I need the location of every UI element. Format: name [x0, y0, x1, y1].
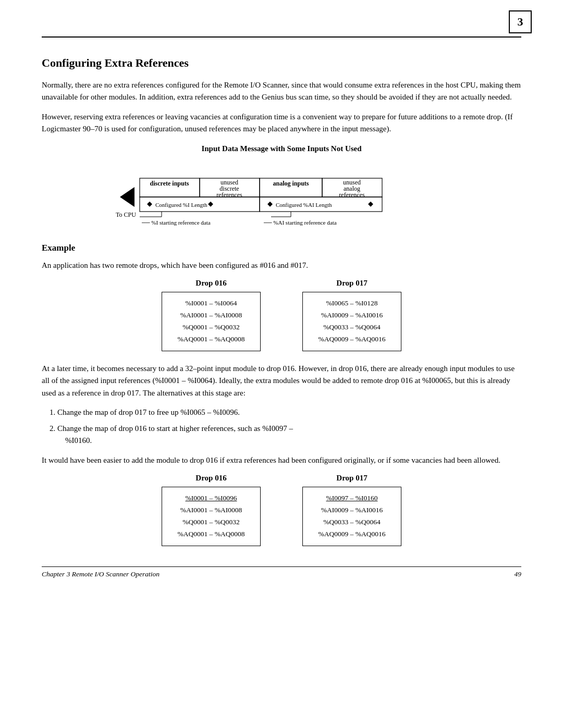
input-data-message-svg: To CPU discrete inputs unused discrete r… [109, 158, 454, 231]
drop-016b-line-4: %AQ0001 – %AQ0008 [172, 528, 251, 540]
chapter-number-box: 3 [509, 10, 532, 33]
drop-017b-line-3: %Q0033 – %Q0064 [312, 516, 391, 528]
drop-016-line-3: %Q0001 – %Q0032 [172, 322, 251, 334]
input-data-diagram-container: Input Data Message with Some Inputs Not … [42, 144, 521, 231]
drop-017b-col: Drop 017 %I0097 – %I0160 %AI0009 – %AI00… [302, 474, 401, 546]
page-footer: Chapter 3 Remote I/O Scanner Operation 4… [42, 566, 521, 578]
section-title: Configuring Extra References [42, 56, 521, 70]
footer-page-number: 49 [515, 570, 522, 578]
drop-boxes-first: Drop 016 %I0001 – %I0064 %AI0001 – %AI00… [42, 279, 521, 351]
drop-017b-line-2: %AI0009 – %AI0016 [312, 504, 391, 516]
drop-017-line-2: %AI0009 – %AI0016 [312, 310, 391, 322]
drop-016-box: %I0001 – %I0064 %AI0001 – %AI0008 %Q0001… [162, 292, 261, 351]
body-paragraph: At a later time, it becomes necessary to… [42, 363, 521, 399]
example-intro: An application has two remote drops, whi… [42, 260, 521, 272]
drop-017b-box: %I0097 – %I0160 %AI0009 – %AI0016 %Q0033… [302, 487, 401, 546]
drop-016b-line-2: %AI0001 – %AI0008 [172, 504, 251, 516]
intro-paragraph-1: Normally, there are no extra references … [42, 79, 521, 104]
drop-016b-line-1: %I0001 – %I0096 [172, 492, 251, 504]
conclusion-paragraph: It would have been easier to add the mod… [42, 454, 521, 466]
drop-017-box: %I0065 – %I0128 %AI0009 – %AI0016 %Q0033… [302, 292, 401, 351]
drop-016-line-2: %AI0001 – %AI0008 [172, 310, 251, 322]
drop-017-line-1: %I0065 – %I0128 [312, 298, 391, 310]
diagram-svg-wrap: To CPU discrete inputs unused discrete r… [42, 158, 521, 231]
drop-017-label: Drop 017 [336, 279, 367, 288]
drop-017b-line-4: %AQ0009 – %AQ0016 [312, 528, 391, 540]
drop-016-label: Drop 016 [195, 279, 226, 288]
left-arrow-icon [120, 187, 134, 207]
svg-rect-17 [208, 202, 213, 207]
list-item-2: Change the map of drop 016 to start at h… [57, 423, 521, 447]
svg-text:discrete inputs: discrete inputs [150, 180, 189, 187]
drop-016b-label: Drop 016 [195, 474, 226, 483]
drop-016b-box: %I0001 – %I0096 %AI0001 – %AI0008 %Q0001… [162, 487, 261, 546]
diagram-title: Input Data Message with Some Inputs Not … [42, 144, 521, 153]
drop-017-col: Drop 017 %I0065 – %I0128 %AI0009 – %AI00… [302, 279, 401, 351]
drop-016b-col: Drop 016 %I0001 – %I0096 %AI0001 – %AI00… [162, 474, 261, 546]
drop-016-line-1: %I0001 – %I0064 [172, 298, 251, 310]
footer-chapter-text: Chapter 3 Remote I/O Scanner Operation [42, 570, 160, 578]
top-rule [42, 36, 521, 38]
svg-text:references: references [339, 191, 365, 199]
svg-text:Configured %I Length: Configured %I Length [155, 202, 207, 208]
drop-016-col: Drop 016 %I0001 – %I0064 %AI0001 – %AI00… [162, 279, 261, 351]
drop-017b-label: Drop 017 [336, 474, 367, 483]
list-item-1: Change the map of drop 017 to free up %I… [57, 406, 521, 418]
svg-text:analog inputs: analog inputs [273, 180, 309, 187]
drop-017-line-4: %AQ0009 – %AQ0016 [312, 334, 391, 346]
svg-text:── %I starting reference data: ── %I starting reference data [141, 219, 211, 226]
svg-text:Configured %AI Length: Configured %AI Length [276, 202, 332, 208]
drop-017-line-3: %Q0033 – %Q0064 [312, 322, 391, 334]
drop-boxes-second: Drop 016 %I0001 – %I0096 %AI0001 – %AI00… [42, 474, 521, 546]
drop-016b-line-3: %Q0001 – %Q0032 [172, 516, 251, 528]
svg-rect-20 [368, 202, 373, 207]
svg-text:── %AI starting reference data: ── %AI starting reference data [263, 219, 337, 226]
example-title: Example [42, 243, 521, 253]
chapter-number: 3 [518, 15, 523, 29]
svg-text:references: references [216, 191, 242, 199]
svg-rect-15 [147, 202, 152, 207]
intro-paragraph-2: However, reserving extra references or l… [42, 111, 521, 135]
svg-rect-18 [267, 202, 273, 207]
alternatives-list: Change the map of drop 017 to free up %I… [57, 406, 521, 447]
to-cpu-text: To CPU [116, 211, 136, 218]
drop-017b-line-1: %I0097 – %I0160 [312, 492, 391, 504]
drop-016-line-4: %AQ0001 – %AQ0008 [172, 334, 251, 346]
